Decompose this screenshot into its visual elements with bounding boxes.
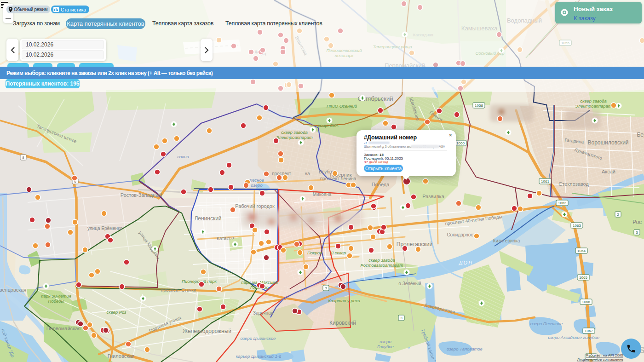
svg-text:озеро Цыганское: озеро Цыганское <box>241 336 276 341</box>
svg-text:сквер завода: сквер завода <box>580 98 606 103</box>
svg-text:1063: 1063 <box>573 224 581 228</box>
svg-text:1067: 1067 <box>585 329 593 333</box>
svg-text:Квартал у реки: Квартал у реки <box>328 298 360 303</box>
svg-text:Покров: Покров <box>307 250 322 255</box>
svg-text:озеро Песчаное: озеро Песчаное <box>530 321 563 326</box>
svg-text:Электроаппарат: Электроаппарат <box>276 135 313 140</box>
svg-text:парк 80-летия: парк 80-летия <box>41 293 71 299</box>
svg-text:Голубое: Голубое <box>377 344 394 349</box>
svg-text:ДОН: ДОН <box>458 260 473 265</box>
svg-text:озеро Таловатое: озеро Таловатое <box>447 346 483 351</box>
svg-text:улица Ерёменко: улица Ерёменко <box>87 226 123 231</box>
svg-text:Бер: Бер <box>637 132 644 138</box>
svg-text:8: 8 <box>22 155 24 160</box>
svg-text:Победа: Победа <box>372 182 390 187</box>
svg-text:на: на <box>305 171 310 176</box>
svg-text:Катаева: Катаева <box>217 235 234 241</box>
svg-text:3: 3 <box>400 316 402 320</box>
svg-text:1066: 1066 <box>582 300 590 304</box>
svg-text:Ленинский: Ленинский <box>194 215 221 222</box>
svg-text:ПКиО Осенний: ПКиО Осенний <box>327 103 357 109</box>
svg-text:озеро: озеро <box>251 183 262 188</box>
svg-text:Гниловская: Гниловская <box>108 353 135 359</box>
svg-text:Кизитеринка: Кизитеринка <box>493 238 520 243</box>
svg-text:волна: волна <box>177 154 189 159</box>
svg-text:Солидарности: Солидарности <box>447 232 477 237</box>
svg-text:Ростовгазоаппарат: Ростовгазоаппарат <box>361 263 403 268</box>
svg-text:проспект Ленина: проспект Ленина <box>320 176 356 181</box>
svg-text:Ростов-Западный: Ростов-Западный <box>121 192 162 198</box>
svg-text:1061: 1061 <box>541 179 549 184</box>
svg-text:озеро: озеро <box>380 339 391 344</box>
svg-text:1065: 1065 <box>579 276 587 280</box>
svg-text:сквер Роз: сквер Роз <box>106 310 126 315</box>
svg-text:1064: 1064 <box>577 249 586 253</box>
svg-text:3: 3 <box>325 286 327 290</box>
svg-text:сквер завода: сквер завода <box>368 258 395 263</box>
svg-text:Ворошиловский: Ворошиловский <box>587 139 628 146</box>
svg-text:Первомайская: Первомайская <box>46 326 80 331</box>
svg-text:Железнодорожный: Железнодорожный <box>183 328 231 334</box>
svg-text:й сквер: й сквер <box>331 250 346 255</box>
svg-text:озеро Аксайское голубое: озеро Аксайское голубое <box>548 335 599 340</box>
svg-text:Микояна: Микояна <box>313 192 332 197</box>
svg-text:3: 3 <box>636 230 638 235</box>
svg-text:Лесное: Лесное <box>249 178 264 183</box>
svg-text:Рабочий городок: Рабочий городок <box>235 203 275 209</box>
svg-text:Рос: Рос <box>632 219 642 225</box>
svg-text:Аксай: Аксай <box>602 169 615 174</box>
svg-text:сквер завода: сквер завода <box>281 130 307 135</box>
svg-text:евенцовская: евенцовская <box>0 287 26 293</box>
svg-text:Электроаппарат: Электроаппарат <box>575 103 612 109</box>
svg-text:роща СКА: роща СКА <box>317 123 338 128</box>
svg-text:карьер Цыганский 1-й: карьер Цыганский 1-й <box>236 354 282 359</box>
svg-text:Пролетарский: Пролетарский <box>397 241 432 247</box>
svg-text:1062: 1062 <box>558 201 566 205</box>
svg-text:Победы: Победы <box>48 299 64 304</box>
svg-text:проспект: проспект <box>272 171 291 176</box>
svg-text:1060: 1060 <box>456 141 465 145</box>
svg-text:проспект Стачки: проспект Стачки <box>161 287 196 293</box>
svg-text:Заречная: Заречная <box>253 310 273 316</box>
svg-text:Стеклозавод: Стеклозавод <box>558 181 589 187</box>
svg-text:Развилка: Развилка <box>422 194 444 199</box>
svg-text:2: 2 <box>617 213 619 217</box>
svg-text:о.Зелёный: о.Зелёный <box>398 281 421 286</box>
svg-text:Кировский: Кировский <box>329 320 356 326</box>
svg-text:1058: 1058 <box>475 103 483 108</box>
